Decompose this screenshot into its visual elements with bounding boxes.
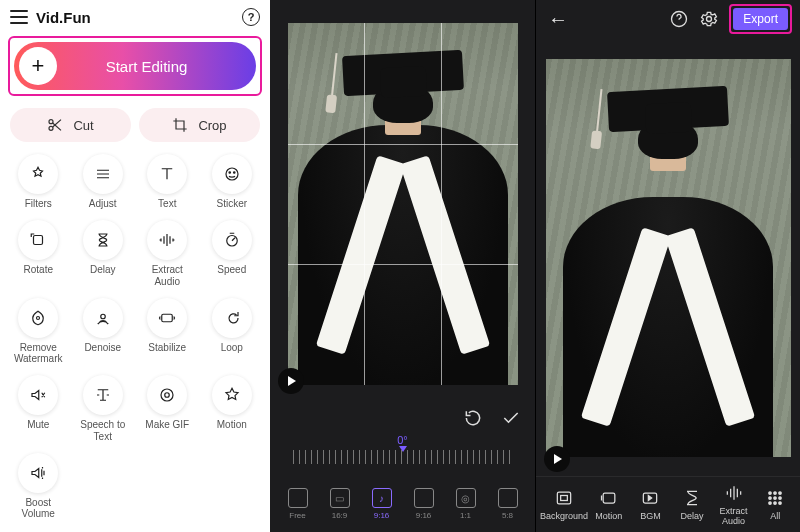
ruler-ticks[interactable] (293, 450, 513, 464)
cut-button[interactable]: Cut (10, 108, 131, 142)
editor-panel: ← Export BackgroundMotionBGMDelayExtract… (535, 0, 800, 532)
aspect-label: 9:16 (365, 511, 399, 520)
editor-toolbar: BackgroundMotionBGMDelayExtract AudioAll (536, 476, 800, 532)
svg-point-24 (769, 502, 772, 505)
start-editing-button[interactable]: + Start Editing (14, 42, 256, 90)
editor-preview[interactable] (536, 38, 800, 476)
aspect-free[interactable]: Free (281, 488, 315, 520)
editor-tool-motion[interactable]: Motion (588, 488, 630, 521)
aspect-5-8[interactable]: 5:8 (491, 488, 525, 520)
aspect-label: 1:1 (449, 511, 483, 520)
tool-rotate[interactable]: Rotate (6, 218, 71, 290)
editor-tool-label: BGM (630, 511, 672, 521)
tool-speech-to-text[interactable]: Speech to Text (71, 373, 136, 445)
tool-label: Motion (200, 419, 265, 431)
svg-point-11 (165, 393, 170, 398)
aspect-label: 9:16 (407, 511, 441, 520)
editor-tool-background[interactable]: Background (540, 488, 588, 521)
svg-point-13 (707, 17, 712, 22)
tool-speed[interactable]: Speed (200, 218, 265, 290)
aspect-shape: ◎ (456, 488, 476, 508)
tool-label: Adjust (71, 198, 136, 210)
tool-mute[interactable]: Mute (6, 373, 71, 445)
editor-tool-bgm[interactable]: BGM (630, 488, 672, 521)
export-button[interactable]: Export (733, 8, 788, 30)
boost-volume-icon (18, 453, 58, 493)
background-icon (554, 488, 574, 508)
video-frame (288, 23, 518, 385)
tool-text[interactable]: Text (135, 152, 200, 212)
aspect-shape (414, 488, 434, 508)
cut-label: Cut (73, 118, 93, 133)
play-button[interactable] (278, 368, 304, 394)
speed-icon (212, 220, 252, 260)
aspect-1-1[interactable]: ◎1:1 (449, 488, 483, 520)
tool-sticker[interactable]: Sticker (200, 152, 265, 212)
svg-point-10 (161, 389, 173, 401)
confirm-button[interactable] (501, 408, 521, 428)
tool-stabilize[interactable]: Stabilize (135, 296, 200, 368)
rotate-icon (18, 220, 58, 260)
denoise-icon (83, 298, 123, 338)
svg-point-2 (226, 168, 238, 180)
start-editing-highlight: + Start Editing (8, 36, 262, 96)
aspect-shape: ▭ (330, 488, 350, 508)
loop-icon (212, 298, 252, 338)
tool-adjust[interactable]: Adjust (71, 152, 136, 212)
aspect-9-16-tiktok[interactable]: ♪9:16 (365, 488, 399, 520)
help-icon[interactable] (669, 9, 689, 29)
editor-tool-label: Extract Audio (713, 506, 755, 526)
crop-button[interactable]: Crop (139, 108, 260, 142)
aspect-label: 16:9 (323, 511, 357, 520)
remove-watermark-icon (18, 298, 58, 338)
svg-rect-14 (557, 492, 570, 504)
svg-point-22 (774, 497, 777, 500)
crop-preview[interactable] (270, 0, 535, 400)
svg-point-25 (774, 502, 777, 505)
svg-point-1 (49, 126, 53, 130)
tool-label: Rotate (6, 264, 71, 276)
menu-icon[interactable] (10, 10, 28, 24)
svg-point-21 (769, 497, 772, 500)
back-button[interactable]: ← (544, 8, 572, 31)
svg-rect-16 (603, 493, 615, 503)
help-icon[interactable]: ? (242, 8, 260, 26)
tool-label: Speech to Text (71, 419, 136, 442)
plus-icon: + (19, 47, 57, 85)
left-header: Vid.Fun ? (0, 0, 270, 30)
tool-remove-watermark[interactable]: Remove Watermark (6, 296, 71, 368)
svg-rect-15 (561, 496, 568, 501)
tool-label: Sticker (200, 198, 265, 210)
editor-tool-extract-audio[interactable]: Extract Audio (713, 483, 755, 526)
tool-delay[interactable]: Delay (71, 218, 136, 290)
start-editing-label: Start Editing (57, 58, 256, 75)
editor-tool-delay[interactable]: Delay (671, 488, 713, 521)
play-button[interactable] (544, 446, 570, 472)
tool-denoise[interactable]: Denoise (71, 296, 136, 368)
svg-rect-5 (34, 236, 43, 245)
settings-icon[interactable] (699, 9, 719, 29)
tool-extract-audio[interactable]: Extract Audio (135, 218, 200, 290)
tool-loop[interactable]: Loop (200, 296, 265, 368)
extract-audio-icon (724, 483, 744, 503)
svg-rect-9 (162, 314, 173, 322)
editor-header: ← Export (536, 0, 800, 38)
tool-filters[interactable]: Filters (6, 152, 71, 212)
tool-boost-volume[interactable]: Boost Volume (6, 451, 71, 523)
crop-confirm-row (270, 400, 535, 436)
all-icon (765, 488, 785, 508)
tool-label: Denoise (71, 342, 136, 354)
svg-point-4 (233, 172, 235, 174)
tool-make-gif[interactable]: Make GIF (135, 373, 200, 445)
editor-tool-all[interactable]: All (754, 488, 796, 521)
tool-label: Extract Audio (135, 264, 200, 287)
reset-rotation-button[interactable] (463, 408, 483, 428)
aspect-16-9[interactable]: ▭16:9 (323, 488, 357, 520)
rotation-angle-label: 0° (270, 434, 535, 446)
tool-label: Text (135, 198, 200, 210)
tool-motion[interactable]: Motion (200, 373, 265, 445)
editor-tool-label: Motion (588, 511, 630, 521)
rotation-ruler[interactable]: 0° (270, 436, 535, 476)
aspect-9-16[interactable]: 9:16 (407, 488, 441, 520)
tool-label: Remove Watermark (6, 342, 71, 365)
